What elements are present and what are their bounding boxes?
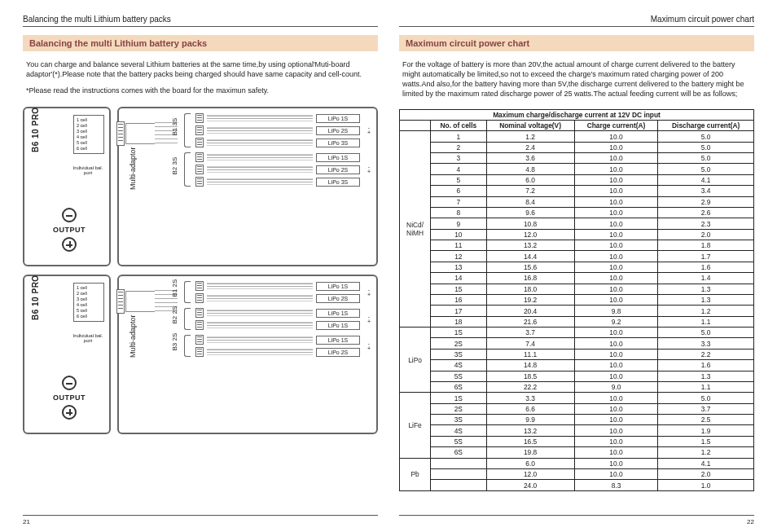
cell-caption: Individual bal. port — [72, 165, 104, 175]
right-para-1: For the voltage of battery is more than … — [399, 59, 754, 99]
left-para-2: *Please read the instructions comes with… — [23, 86, 378, 95]
table-cell: 4S — [431, 360, 486, 371]
table-header: Nominal voltage(V) — [486, 120, 574, 130]
table-cell: 10.0 — [574, 207, 658, 218]
table-cell: 22.2 — [486, 381, 574, 392]
slot-row: LiPo 2S — [195, 347, 360, 357]
cell-option: 4 cell — [77, 134, 101, 140]
table-row: 2S7.410.03.3 — [400, 338, 754, 349]
table-cell: 10.0 — [574, 251, 658, 262]
device-box: B6 10 PRO 1 cell2 cell3 cell4 cell5 cell… — [23, 275, 111, 434]
lipo-box: LiPo 1S — [316, 309, 360, 318]
table-cell: 6 — [431, 186, 486, 196]
group-label: B2 2S — [171, 314, 178, 324]
slot-connector-icon — [195, 113, 204, 123]
table-row: 33.610.05.0 — [400, 153, 754, 164]
table-cell: 1.4 — [658, 273, 754, 284]
table-cell: 6.0 — [486, 458, 574, 468]
table-cell: 20.4 — [486, 306, 574, 316]
table-cell: 1.1 — [658, 381, 754, 392]
table-cell: 2.4 — [486, 142, 574, 152]
table-cell: 6.6 — [486, 403, 574, 414]
section-title-left: Balancing the multi Lithium battery pack… — [23, 35, 378, 51]
diagram-2: B6 10 PRO 1 cell2 cell3 cell4 cell5 cell… — [23, 275, 378, 434]
table-row: 2S6.610.03.7 — [400, 403, 754, 414]
table-cell: 10.0 — [574, 273, 658, 284]
table-cell: 10.8 — [486, 218, 574, 229]
table-cell: 10.0 — [574, 196, 658, 207]
table-cell: 2.5 — [658, 415, 754, 425]
table-cell: 2.0 — [658, 468, 754, 479]
wire-icon — [207, 154, 313, 160]
lipo-box: LiPo 1S — [316, 282, 360, 291]
table-row: 910.810.02.3 — [400, 218, 754, 229]
table-body: NiCd/NiMH11.210.05.022.410.05.033.610.05… — [400, 131, 754, 490]
slot-connector-icon — [195, 125, 204, 135]
wire-icon — [207, 178, 313, 185]
table-cell: 3S — [431, 349, 486, 359]
table-cell: 7.4 — [486, 338, 574, 349]
slot-connector-icon — [195, 293, 204, 303]
group-label: B2 3S — [171, 165, 178, 174]
table-cell: 9.2 — [574, 316, 658, 327]
plus-icon — [62, 405, 77, 420]
page-header-right: Maximum circuit power chart — [399, 15, 754, 27]
table-cell: 1S — [431, 393, 486, 403]
power-table: Maximum charge/discharge current at 12V … — [399, 109, 754, 491]
table-cell: 6.0 — [486, 174, 574, 185]
multi-adaptor: Multi-adaptor B1 3SLiPo 1SLiPo 2SLiPo 3S… — [117, 107, 378, 266]
table-cell: 3.3 — [486, 393, 574, 403]
lipo-box: LiPo 2S — [316, 348, 360, 357]
table-cell: 1.1 — [658, 316, 754, 327]
table-cell: 1.6 — [658, 262, 754, 272]
wire-icon — [207, 127, 313, 134]
device-box: B6 10 PRO 1 cell2 cell3 cell4 cell5 cell… — [23, 107, 111, 266]
table-cell: 8.3 — [574, 480, 658, 490]
balance-group: B2 3SLiPo 1SLiPo 2SLiPo 3S — [169, 152, 373, 187]
table-cell: 9.6 — [486, 207, 574, 218]
table-cell: 10.0 — [574, 393, 658, 403]
cell-option: 3 cell — [77, 129, 101, 134]
table-cell: 10.0 — [574, 294, 658, 305]
table-cell — [431, 480, 486, 490]
table-cell: 19.2 — [486, 294, 574, 305]
lipo-box: LiPo 1S — [316, 336, 360, 345]
balance-group: B3 2SLiPo 1SLiPo 2S — [169, 335, 373, 357]
cell-option: 6 cell — [77, 314, 101, 319]
table-row: 56.010.04.1 — [400, 174, 754, 185]
table-cell: 13 — [431, 262, 486, 272]
table-cell: 11 — [431, 240, 486, 251]
cell-option: 5 cell — [77, 308, 101, 314]
table-row: 67.210.03.4 — [400, 186, 754, 196]
table-cell: 18.0 — [486, 284, 574, 294]
polarity — [365, 165, 373, 175]
table-cell: 10.0 — [574, 328, 658, 338]
wire-icon — [207, 336, 313, 343]
adaptor-caption: Multi-adaptor — [129, 315, 137, 358]
wire-icon — [207, 295, 313, 301]
polarity — [365, 314, 373, 325]
table-row: 1214.410.01.7 — [400, 251, 754, 262]
table-cell: 10.0 — [574, 174, 658, 185]
table-row: Pb6.010.04.1 — [400, 458, 754, 468]
table-cell: 10.0 — [574, 425, 658, 436]
table-cell: 13.2 — [486, 240, 574, 251]
slot-row: LiPo 2S — [195, 293, 360, 303]
table-cell: 2.9 — [658, 196, 754, 207]
table-cell: 3.7 — [658, 403, 754, 414]
table-header: Charge current(A) — [574, 120, 658, 130]
slot-stack: LiPo 1SLiPo 2S — [195, 335, 360, 357]
table-cell: 19.8 — [486, 447, 574, 458]
table-cell: 3.4 — [658, 186, 754, 196]
table-row: 1720.49.81.2 — [400, 306, 754, 316]
group-label: B1 2S — [171, 288, 178, 297]
slot-row: LiPo 1S — [195, 113, 360, 123]
table-cell: 10.0 — [574, 284, 658, 294]
adaptor-input-connector — [116, 121, 125, 146]
page-number-left: 21 — [23, 515, 378, 525]
table-cell: 5.0 — [658, 131, 754, 142]
table-cell: 10.0 — [574, 360, 658, 371]
cell-option: 2 cell — [77, 123, 101, 129]
balance-group: B1 2SLiPo 1SLiPo 2S — [169, 281, 373, 303]
page-header-left: Balancing the multi Lithium battery pack… — [23, 15, 378, 27]
